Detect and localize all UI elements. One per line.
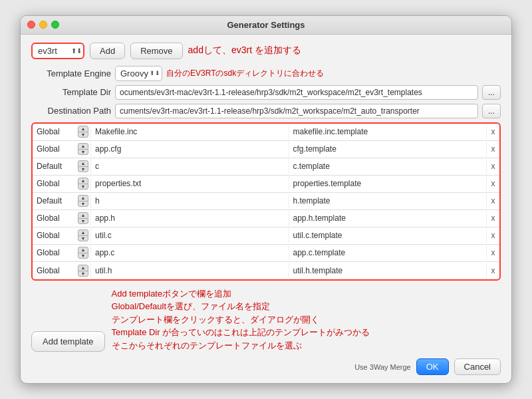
cell-template-6[interactable]: util.c.template: [289, 228, 487, 243]
cell-template-4[interactable]: h.template: [289, 194, 487, 208]
footer-row: Use 3Way Merge OK Cancel: [31, 356, 501, 375]
top-annotation: addして、ev3rt を追加する: [188, 45, 301, 57]
scope-select-3[interactable]: GlobalDefault: [37, 179, 76, 188]
dest-path-label: Destination Path: [31, 106, 111, 116]
main-window: Generator Settings ev3rt ⬆⬇ Add Remove a…: [20, 15, 512, 384]
cell-delete-0[interactable]: x: [486, 124, 499, 139]
cell-stepper-6[interactable]: ▲ ▼: [76, 229, 90, 241]
content-area: ev3rt ⬆⬇ Add Remove addして、ev3rt を追加する Te…: [21, 35, 511, 384]
traffic-lights: [27, 21, 59, 29]
cell-stepper-5[interactable]: ▲ ▼: [76, 212, 90, 224]
cell-source-8[interactable]: util.h: [90, 263, 289, 278]
cancel-button[interactable]: Cancel: [454, 358, 501, 375]
scope-select-1[interactable]: GlobalDefault: [37, 144, 76, 154]
cell-template-0[interactable]: makefile.inc.template: [289, 124, 487, 139]
template-dir-label: Template Dir: [31, 87, 111, 97]
cell-scope-1: GlobalDefault: [33, 142, 76, 156]
maximize-button[interactable]: [51, 21, 59, 29]
cell-stepper-3[interactable]: ▲ ▼: [76, 178, 90, 190]
cell-delete-8[interactable]: x: [486, 263, 499, 278]
cell-delete-3[interactable]: x: [486, 176, 499, 191]
table-row: GlobalDefault ▲ ▼ util.h util.h.template…: [33, 262, 499, 279]
cell-template-3[interactable]: properties.template: [289, 176, 487, 191]
minimize-button[interactable]: [39, 21, 47, 29]
cell-delete-2[interactable]: x: [486, 159, 499, 174]
top-row: ev3rt ⬆⬇ Add Remove addして、ev3rt を追加する: [31, 43, 501, 59]
template-engine-select[interactable]: Groovy: [115, 66, 162, 81]
table-row: DefaultGlobal ▲ ▼ h h.template x: [33, 193, 499, 210]
cell-source-5[interactable]: app.h: [90, 211, 289, 225]
window-title: Generator Settings: [227, 20, 305, 30]
template-engine-annotation: 自分のEV3RTのsdkディレクトリに合わせる: [166, 68, 324, 79]
ev3rt-select[interactable]: ev3rt: [31, 43, 84, 59]
table-row: GlobalDefault ▲ ▼ app.cfg cfg.template x: [33, 141, 499, 158]
table-row: GlobalDefault ▲ ▼ properties.txt propert…: [33, 176, 499, 193]
cell-template-2[interactable]: c.template: [289, 159, 487, 174]
cell-template-5[interactable]: app.h.template: [289, 211, 487, 225]
templates-table: GlobalDefault ▲ ▼ Makefile.inc makefile.…: [31, 122, 501, 281]
table-row: DefaultGlobal ▲ ▼ c c.template x: [33, 158, 499, 176]
table-row: GlobalDefault ▲ ▼ Makefile.inc makefile.…: [33, 124, 499, 141]
cell-scope-7: GlobalDefault: [33, 245, 76, 260]
cell-stepper-2[interactable]: ▲ ▼: [76, 160, 90, 172]
add-button[interactable]: Add: [90, 43, 125, 59]
cell-scope-6: GlobalDefault: [33, 228, 76, 243]
annotation-line: Add templateボタンで欄を追加: [112, 287, 501, 301]
add-template-button[interactable]: Add template: [31, 331, 105, 352]
remove-button[interactable]: Remove: [130, 43, 182, 59]
table-row: GlobalDefault ▲ ▼ app.h app.h.template x: [33, 210, 499, 227]
bottom-annotation: Add templateボタンで欄を追加Global/Defaultを選び、ファ…: [112, 287, 501, 352]
cell-source-4[interactable]: h: [90, 194, 289, 208]
cell-stepper-8[interactable]: ▲ ▼: [76, 265, 90, 277]
cell-scope-2: DefaultGlobal: [33, 159, 76, 174]
table-row: GlobalDefault ▲ ▼ app.c app.c.template x: [33, 245, 499, 262]
cell-scope-4: DefaultGlobal: [33, 194, 76, 208]
cell-template-8[interactable]: util.h.template: [289, 263, 487, 278]
scope-select-2[interactable]: DefaultGlobal: [37, 162, 76, 171]
template-engine-row: Template Engine Groovy ⬆⬇ 自分のEV3RTのsdkディ…: [31, 66, 501, 81]
dest-path-browse-button[interactable]: ...: [482, 104, 501, 118]
cell-delete-6[interactable]: x: [486, 228, 499, 243]
dest-path-row: Destination Path cuments/ev3rt-mac/ev3rt…: [31, 104, 501, 118]
close-button[interactable]: [27, 21, 35, 29]
annotation-line: Global/Defaultを選び、ファイル名を指定: [112, 300, 501, 313]
template-dir-browse-button[interactable]: ...: [482, 85, 501, 100]
template-engine-label: Template Engine: [31, 68, 111, 78]
cell-source-6[interactable]: util.c: [90, 228, 289, 243]
cell-template-1[interactable]: cfg.template: [289, 142, 487, 156]
template-dir-row: Template Dir ocuments/ev3rt-mac/ev3rt-1.…: [31, 85, 501, 100]
scope-select-7[interactable]: GlobalDefault: [37, 248, 76, 257]
cell-stepper-1[interactable]: ▲ ▼: [76, 143, 90, 155]
cell-delete-4[interactable]: x: [486, 194, 499, 208]
cell-source-0[interactable]: Makefile.inc: [90, 124, 289, 139]
scope-select-5[interactable]: GlobalDefault: [37, 213, 76, 223]
cell-template-7[interactable]: app.c.template: [289, 245, 487, 260]
cell-stepper-0[interactable]: ▲ ▼: [76, 126, 90, 138]
bottom-area: Add template Add templateボタンで欄を追加Global/…: [31, 287, 501, 352]
scope-select-0[interactable]: GlobalDefault: [37, 127, 76, 136]
annotation-line: そこからそれぞれのテンプレートファイルを選ぶ: [112, 339, 501, 352]
cell-stepper-4[interactable]: ▲ ▼: [76, 195, 90, 207]
template-engine-select-wrapper: Groovy ⬆⬇: [115, 66, 162, 81]
cell-scope-8: GlobalDefault: [33, 263, 76, 278]
scope-select-6[interactable]: GlobalDefault: [37, 231, 76, 240]
cell-stepper-7[interactable]: ▲ ▼: [76, 247, 90, 259]
template-dir-field[interactable]: ocuments/ev3rt-mac/ev3rt-1.1-release/hrp…: [115, 85, 478, 100]
cell-source-2[interactable]: c: [90, 159, 289, 174]
scope-select-4[interactable]: DefaultGlobal: [37, 196, 76, 205]
ok-button[interactable]: OK: [416, 358, 449, 375]
cell-delete-7[interactable]: x: [486, 245, 499, 260]
cell-source-7[interactable]: app.c: [90, 245, 289, 260]
cell-delete-1[interactable]: x: [486, 142, 499, 156]
table-row: GlobalDefault ▲ ▼ util.c util.c.template…: [33, 227, 499, 245]
scope-select-8[interactable]: GlobalDefault: [37, 266, 76, 275]
cell-delete-5[interactable]: x: [486, 211, 499, 225]
cell-source-3[interactable]: properties.txt: [90, 176, 289, 191]
dest-path-field[interactable]: cuments/ev3rt-mac/ev3rt-1.1-release/hrp3…: [115, 104, 478, 118]
use-3way-label: Use 3Way Merge: [354, 363, 411, 371]
cell-source-1[interactable]: app.cfg: [90, 142, 289, 156]
cell-scope-3: GlobalDefault: [33, 176, 76, 191]
ev3rt-select-wrapper: ev3rt ⬆⬇: [31, 43, 84, 59]
cell-scope-5: GlobalDefault: [33, 211, 76, 225]
cell-scope-0: GlobalDefault: [33, 124, 76, 139]
